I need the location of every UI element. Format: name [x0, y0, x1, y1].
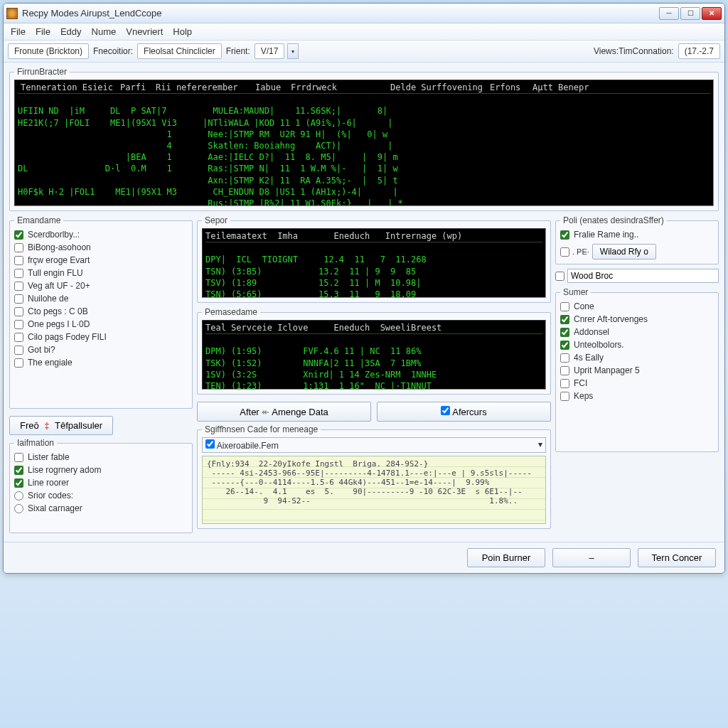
titlebar: Recpy Modes Airupst_LendCcope ─ ☐ ✕	[4, 4, 724, 23]
menu-file[interactable]: File	[11, 26, 26, 37]
after-button[interactable]: After ↞ Amenge Data	[197, 402, 371, 422]
emandame-label-3: Tull engin FLU	[28, 268, 83, 278]
menu-help[interactable]: Holp	[173, 26, 192, 37]
wilaod-button[interactable]: Wilaod Rfy o	[592, 244, 656, 259]
sumer-group: Sumer ConeCnrer Aft-torvengesAddonselUnt…	[555, 287, 719, 452]
main-terminal-group: FirrunBracter Tenneration EsieicParfiRii…	[9, 67, 719, 211]
toolbar-dropdown-icon[interactable]: ▾	[287, 43, 299, 59]
toolbar: Fronute (Brickton) Fnecoitior: Fleolsat …	[4, 41, 724, 63]
emandame-input-4[interactable]	[14, 282, 23, 291]
code-group: Sgiffhnsen Cade for meneage Aixeroabile.…	[197, 424, 551, 529]
menu-vnevriert[interactable]: Vnevriert	[126, 26, 163, 37]
iaifmation-input-2[interactable]	[14, 478, 23, 488]
main-terminal[interactable]: Tenneration EsieicParfiRii nefereremberI…	[14, 80, 714, 206]
sepor-group: Sepor Teilemaatext Imha Eneduch Intrerna…	[197, 215, 551, 303]
sumer-label-1: Cnrer Aft-torvenges	[574, 314, 648, 324]
sumer-label-7: Keps	[574, 391, 593, 401]
iaifmation-input-0[interactable]	[14, 453, 23, 462]
close-button[interactable]: ✕	[702, 7, 722, 20]
iaifmation-label-4: Sixal carnager	[28, 503, 82, 513]
emandame-legend: Emandame	[14, 215, 63, 225]
sumer-label-6: FCI	[574, 378, 587, 388]
dropdown-icon[interactable]: ▾	[538, 439, 542, 449]
iaifmation-input-4[interactable]	[14, 504, 23, 513]
sumer-input-5[interactable]	[560, 366, 569, 375]
emandame-label-10: The engiale	[28, 358, 73, 368]
iaifmation-legend: Iaifmation	[14, 438, 57, 448]
emandame-input-5[interactable]	[14, 294, 23, 304]
sumer-label-2: Addonsel	[574, 327, 609, 337]
iaifmation-label-1: Lise rogrnery adom	[28, 465, 101, 475]
sumer-input-1[interactable]	[560, 315, 569, 324]
toolbar-field1[interactable]: Fronute (Brickton)	[8, 43, 89, 59]
minimize-button[interactable]: ─	[659, 7, 679, 20]
emandame-input-0[interactable]	[14, 230, 23, 240]
poli-group: Poli (enates desindraSffer) Fralie Rame …	[555, 215, 719, 264]
emandame-label-5: Nuilohe de	[28, 294, 68, 304]
dash-button[interactable]: –	[552, 548, 631, 567]
emandame-label-6: Cto pegs : C 0B	[28, 306, 88, 316]
toolbar-label3: Frient:	[225, 46, 252, 56]
iaifmation-input-1[interactable]	[14, 466, 23, 475]
emandame-input-6[interactable]	[14, 307, 23, 316]
fralie-checkbox[interactable]	[560, 230, 569, 240]
sumer-label-0: Cone	[574, 301, 594, 311]
emandame-input-10[interactable]	[14, 358, 23, 368]
code-legend: Sgiffhnsen Cade for meneage	[202, 424, 321, 434]
main-terminal-legend: FirrunBracter	[14, 67, 70, 77]
tern-concer-button[interactable]: Tern Concer	[638, 548, 716, 567]
toolbar-field2[interactable]: Fleolsat Chinclicler	[137, 43, 222, 59]
toolbar-field3[interactable]: V/17	[255, 43, 285, 59]
code-area[interactable]: {Fnly:934 22-20yIkofe Ingstl Briga. 284-…	[202, 456, 546, 524]
emandame-input-9[interactable]	[14, 346, 23, 355]
wood-checkbox[interactable]	[555, 272, 564, 281]
sepor-legend: Sepor	[202, 215, 230, 225]
wood-field[interactable]	[567, 269, 719, 283]
emandame-input-1[interactable]	[14, 243, 23, 252]
menu-file2[interactable]: File	[36, 26, 50, 37]
iaifmation-group: Iaifmation Lister fableLise rogrnery ado…	[9, 438, 193, 533]
afercurs-checkbox[interactable]	[441, 406, 450, 415]
iaifmation-label-3: Srior codes:	[28, 491, 73, 500]
poin-burner-button[interactable]: Poin Burner	[467, 548, 545, 567]
emandame-input-2[interactable]	[14, 256, 23, 265]
maximize-button[interactable]: ☐	[680, 7, 700, 20]
emandame-input-8[interactable]	[14, 333, 23, 342]
sumer-label-3: Unteolbolors.	[574, 340, 624, 350]
sumer-input-6[interactable]	[560, 379, 569, 388]
pemasedame-terminal[interactable]: Teal Servceie Iclove Eneduch SweeliBrees…	[202, 320, 546, 390]
emandame-input-3[interactable]	[14, 269, 23, 278]
iaifmation-label-0: Lister fable	[28, 452, 70, 462]
window-title: Recpy Modes Airupst_LendCcope	[22, 8, 659, 18]
emandame-label-9: Got bi?	[28, 345, 55, 355]
app-icon	[6, 8, 18, 19]
sumer-input-0[interactable]	[560, 302, 569, 311]
afercurs-button[interactable]: Afercurs	[377, 402, 551, 422]
sepor-terminal[interactable]: Teilemaatext Imha Eneduch Intrernage (wp…	[202, 228, 546, 298]
arrow-icon: ↞	[262, 407, 269, 417]
toolbar-label2: Fnecoitior:	[92, 46, 134, 56]
toolbar-field4[interactable]: (17.-2.7	[678, 43, 720, 59]
sumer-input-4[interactable]	[560, 353, 569, 363]
sumer-input-2[interactable]	[560, 328, 569, 337]
freo-button[interactable]: Freō ‡ Têfpallsuler	[9, 416, 113, 435]
menu-eddy[interactable]: Eddy	[60, 26, 82, 37]
poli-legend: Poli (enates desindraSffer)	[560, 215, 667, 225]
code-select-checkbox[interactable]	[205, 439, 215, 449]
sumer-input-3[interactable]	[560, 341, 569, 350]
pe-checkbox[interactable]	[560, 247, 569, 257]
toolbar-label4: Views:TimConnation:	[592, 46, 675, 56]
emandame-input-7[interactable]	[14, 320, 23, 329]
sumer-legend: Sumer	[560, 287, 591, 297]
code-select[interactable]: Aixeroabile.Fern ▾	[202, 437, 546, 453]
iaifmation-label-2: Line roorer	[28, 478, 69, 488]
pemasedame-legend: Pemasedame	[202, 307, 260, 317]
emandame-label-8: Cilo pags Fodey FILI	[28, 332, 107, 342]
iaifmation-input-3[interactable]	[14, 491, 23, 500]
sumer-label-4: 4s Eally	[574, 353, 604, 363]
menu-nume[interactable]: Nume	[92, 26, 117, 37]
sumer-label-5: Uprit Manpager 5	[574, 365, 640, 375]
sumer-input-7[interactable]	[560, 392, 569, 401]
emandame-label-7: One pegs I L·0D	[28, 319, 90, 329]
emandame-label-2: frçw eroge Evart	[28, 255, 90, 265]
